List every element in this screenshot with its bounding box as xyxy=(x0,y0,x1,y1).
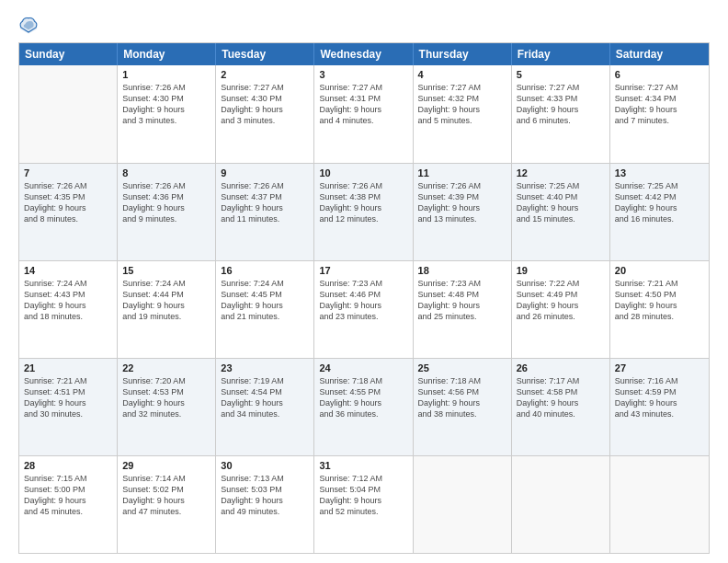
day-info: Sunrise: 7:26 AM Sunset: 4:36 PM Dayligh… xyxy=(122,180,210,225)
cal-header-saturday: Saturday xyxy=(610,43,709,65)
cal-cell-day-4: 4Sunrise: 7:27 AM Sunset: 4:32 PM Daylig… xyxy=(414,65,512,163)
cal-cell-day-21: 21Sunrise: 7:21 AM Sunset: 4:51 PM Dayli… xyxy=(19,359,118,455)
day-info: Sunrise: 7:15 AM Sunset: 5:00 PM Dayligh… xyxy=(24,473,112,518)
cal-header-monday: Monday xyxy=(118,43,216,65)
cal-cell-day-16: 16Sunrise: 7:24 AM Sunset: 4:45 PM Dayli… xyxy=(216,261,314,358)
day-number: 17 xyxy=(319,265,407,276)
cal-header-sunday: Sunday xyxy=(19,43,118,65)
day-number: 18 xyxy=(418,265,506,276)
day-info: Sunrise: 7:26 AM Sunset: 4:35 PM Dayligh… xyxy=(24,180,112,225)
day-number: 9 xyxy=(221,167,309,178)
cal-row-3: 14Sunrise: 7:24 AM Sunset: 4:43 PM Dayli… xyxy=(19,260,709,358)
day-number: 26 xyxy=(517,362,605,373)
page: SundayMondayTuesdayWednesdayThursdayFrid… xyxy=(0,0,728,563)
cal-cell-day-28: 28Sunrise: 7:15 AM Sunset: 5:00 PM Dayli… xyxy=(19,456,118,553)
cal-cell-day-13: 13Sunrise: 7:25 AM Sunset: 4:42 PM Dayli… xyxy=(610,164,709,260)
day-info: Sunrise: 7:25 AM Sunset: 4:42 PM Dayligh… xyxy=(615,180,704,225)
day-info: Sunrise: 7:24 AM Sunset: 4:45 PM Dayligh… xyxy=(221,278,309,323)
cal-cell-day-3: 3Sunrise: 7:27 AM Sunset: 4:31 PM Daylig… xyxy=(314,65,413,163)
day-number: 8 xyxy=(122,167,210,178)
day-number: 13 xyxy=(615,167,704,178)
day-number: 20 xyxy=(615,265,704,276)
day-number: 10 xyxy=(319,167,407,178)
cal-cell-day-30: 30Sunrise: 7:13 AM Sunset: 5:03 PM Dayli… xyxy=(216,456,314,553)
cal-cell-day-7: 7Sunrise: 7:26 AM Sunset: 4:35 PM Daylig… xyxy=(19,164,118,260)
cal-cell-empty xyxy=(19,65,118,163)
cal-cell-day-31: 31Sunrise: 7:12 AM Sunset: 5:04 PM Dayli… xyxy=(314,456,413,553)
day-info: Sunrise: 7:26 AM Sunset: 4:37 PM Dayligh… xyxy=(221,180,309,225)
day-info: Sunrise: 7:24 AM Sunset: 4:43 PM Dayligh… xyxy=(24,278,112,323)
day-number: 15 xyxy=(122,265,210,276)
cal-cell-day-10: 10Sunrise: 7:26 AM Sunset: 4:38 PM Dayli… xyxy=(314,164,413,260)
day-info: Sunrise: 7:27 AM Sunset: 4:30 PM Dayligh… xyxy=(221,82,309,127)
logo-icon xyxy=(18,15,39,35)
cal-cell-day-24: 24Sunrise: 7:18 AM Sunset: 4:55 PM Dayli… xyxy=(314,359,413,455)
cal-cell-day-20: 20Sunrise: 7:21 AM Sunset: 4:50 PM Dayli… xyxy=(610,261,709,358)
calendar-header: SundayMondayTuesdayWednesdayThursdayFrid… xyxy=(19,43,709,65)
cal-cell-empty xyxy=(512,456,610,553)
cal-row-4: 21Sunrise: 7:21 AM Sunset: 4:51 PM Dayli… xyxy=(19,358,709,455)
cal-cell-day-5: 5Sunrise: 7:27 AM Sunset: 4:33 PM Daylig… xyxy=(512,65,610,163)
header xyxy=(18,15,710,35)
day-info: Sunrise: 7:16 AM Sunset: 4:59 PM Dayligh… xyxy=(615,375,704,420)
cal-row-2: 7Sunrise: 7:26 AM Sunset: 4:35 PM Daylig… xyxy=(19,163,709,260)
day-number: 7 xyxy=(24,167,112,178)
day-number: 5 xyxy=(517,69,605,80)
cal-cell-empty xyxy=(610,456,709,553)
day-info: Sunrise: 7:24 AM Sunset: 4:44 PM Dayligh… xyxy=(122,278,210,323)
day-number: 29 xyxy=(122,460,210,471)
cal-cell-day-8: 8Sunrise: 7:26 AM Sunset: 4:36 PM Daylig… xyxy=(118,164,216,260)
calendar-body: 1Sunrise: 7:26 AM Sunset: 4:30 PM Daylig… xyxy=(19,65,709,553)
cal-header-tuesday: Tuesday xyxy=(216,43,314,65)
cal-header-friday: Friday xyxy=(512,43,610,65)
day-number: 14 xyxy=(24,265,112,276)
day-info: Sunrise: 7:17 AM Sunset: 4:58 PM Dayligh… xyxy=(517,375,605,420)
day-info: Sunrise: 7:22 AM Sunset: 4:49 PM Dayligh… xyxy=(517,278,605,323)
day-number: 11 xyxy=(418,167,506,178)
day-info: Sunrise: 7:20 AM Sunset: 4:53 PM Dayligh… xyxy=(122,375,210,420)
day-info: Sunrise: 7:27 AM Sunset: 4:34 PM Dayligh… xyxy=(615,82,704,127)
cal-cell-day-22: 22Sunrise: 7:20 AM Sunset: 4:53 PM Dayli… xyxy=(118,359,216,455)
cal-cell-day-9: 9Sunrise: 7:26 AM Sunset: 4:37 PM Daylig… xyxy=(216,164,314,260)
day-info: Sunrise: 7:21 AM Sunset: 4:51 PM Dayligh… xyxy=(24,375,112,420)
day-info: Sunrise: 7:21 AM Sunset: 4:50 PM Dayligh… xyxy=(615,278,704,323)
day-number: 28 xyxy=(24,460,112,471)
cal-cell-day-17: 17Sunrise: 7:23 AM Sunset: 4:46 PM Dayli… xyxy=(314,261,413,358)
cal-cell-day-26: 26Sunrise: 7:17 AM Sunset: 4:58 PM Dayli… xyxy=(512,359,610,455)
day-info: Sunrise: 7:25 AM Sunset: 4:40 PM Dayligh… xyxy=(517,180,605,225)
day-number: 1 xyxy=(122,69,210,80)
cal-header-wednesday: Wednesday xyxy=(314,43,413,65)
day-number: 23 xyxy=(221,362,309,373)
day-info: Sunrise: 7:19 AM Sunset: 4:54 PM Dayligh… xyxy=(221,375,309,420)
cal-cell-empty xyxy=(414,456,512,553)
day-number: 12 xyxy=(517,167,605,178)
cal-cell-day-12: 12Sunrise: 7:25 AM Sunset: 4:40 PM Dayli… xyxy=(512,164,610,260)
day-info: Sunrise: 7:27 AM Sunset: 4:32 PM Dayligh… xyxy=(418,82,506,127)
day-number: 30 xyxy=(221,460,309,471)
day-info: Sunrise: 7:14 AM Sunset: 5:02 PM Dayligh… xyxy=(122,473,210,518)
day-number: 3 xyxy=(319,69,407,80)
day-number: 4 xyxy=(418,69,506,80)
calendar: SundayMondayTuesdayWednesdayThursdayFrid… xyxy=(18,42,710,554)
cal-cell-day-19: 19Sunrise: 7:22 AM Sunset: 4:49 PM Dayli… xyxy=(512,261,610,358)
cal-cell-day-15: 15Sunrise: 7:24 AM Sunset: 4:44 PM Dayli… xyxy=(118,261,216,358)
day-info: Sunrise: 7:23 AM Sunset: 4:48 PM Dayligh… xyxy=(418,278,506,323)
day-info: Sunrise: 7:26 AM Sunset: 4:38 PM Dayligh… xyxy=(319,180,407,225)
day-info: Sunrise: 7:26 AM Sunset: 4:30 PM Dayligh… xyxy=(122,82,210,127)
day-number: 19 xyxy=(517,265,605,276)
day-number: 16 xyxy=(221,265,309,276)
day-number: 2 xyxy=(221,69,309,80)
day-number: 25 xyxy=(418,362,506,373)
cal-cell-day-11: 11Sunrise: 7:26 AM Sunset: 4:39 PM Dayli… xyxy=(414,164,512,260)
cal-cell-day-2: 2Sunrise: 7:27 AM Sunset: 4:30 PM Daylig… xyxy=(216,65,314,163)
cal-cell-day-25: 25Sunrise: 7:18 AM Sunset: 4:56 PM Dayli… xyxy=(414,359,512,455)
cal-cell-day-14: 14Sunrise: 7:24 AM Sunset: 4:43 PM Dayli… xyxy=(19,261,118,358)
day-info: Sunrise: 7:13 AM Sunset: 5:03 PM Dayligh… xyxy=(221,473,309,518)
day-number: 24 xyxy=(319,362,407,373)
day-info: Sunrise: 7:18 AM Sunset: 4:55 PM Dayligh… xyxy=(319,375,407,420)
cal-cell-day-23: 23Sunrise: 7:19 AM Sunset: 4:54 PM Dayli… xyxy=(216,359,314,455)
cal-cell-day-6: 6Sunrise: 7:27 AM Sunset: 4:34 PM Daylig… xyxy=(610,65,709,163)
cal-row-5: 28Sunrise: 7:15 AM Sunset: 5:00 PM Dayli… xyxy=(19,455,709,553)
cal-header-thursday: Thursday xyxy=(414,43,512,65)
day-info: Sunrise: 7:27 AM Sunset: 4:31 PM Dayligh… xyxy=(319,82,407,127)
